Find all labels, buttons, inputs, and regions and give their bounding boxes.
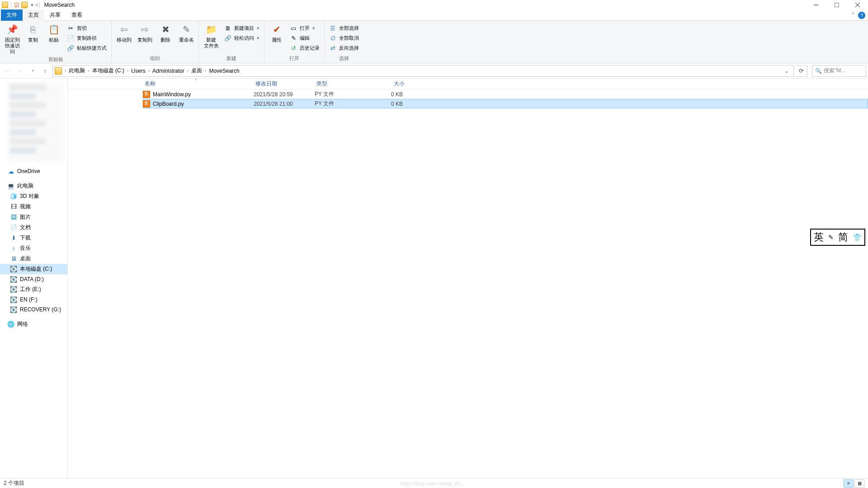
crumb-admin[interactable]: Administrator [151,68,186,74]
ime-lang: 英 [814,230,824,244]
file-row[interactable]: ClipBoard.py2021/5/28 21:00PY 文件0 KB [143,99,868,108]
ime-indicator[interactable]: 英 ✎ 简 👕 [810,229,865,246]
nav-row: ← → ▾ ↑ › 此电脑› 本地磁盘 (C:)› Users› Adminis… [0,63,868,79]
select-all-button[interactable]: ☰全部选择 [327,23,361,33]
title-separator [39,2,40,8]
paste-label: 粘贴 [49,37,59,43]
select-none-button[interactable]: ∅全部取消 [327,33,361,42]
open-icon: ▭ [290,24,297,32]
nav-documents[interactable]: 📄文档 [0,222,67,233]
nav-videos[interactable]: 🎞视频 [0,202,67,212]
ribbon: 📌 固定到 快速访问 ⎘ 复制 📋 粘贴 ✂剪切 📄复制路径 🔗粘贴快捷方式 剪 [0,21,868,63]
up-button[interactable]: ↑ [40,66,51,76]
nav-gdrive[interactable]: 💽RECOVERY (G:) [0,305,67,314]
qat-newfolder-icon[interactable] [21,2,28,8]
tab-file[interactable]: 文件 [1,9,23,21]
properties-button[interactable]: ✔属性 [267,23,286,43]
paste-shortcut-button[interactable]: 🔗粘贴快捷方式 [65,43,108,52]
file-list-pane: 名称⌃ 修改日期 类型 大小 MainWindow.py2021/5/28 20… [68,79,868,478]
file-date: 2021/5/28 21:00 [254,101,315,107]
tab-view[interactable]: 查看 [66,9,88,21]
copy-to-button[interactable]: ⇨复制到 [135,23,154,43]
disk-icon: 💽 [10,306,17,313]
search-box[interactable]: 🔍 搜索"M... [812,65,866,77]
nav-thispc[interactable]: 💻此电脑 [0,181,67,191]
nav-pictures[interactable]: 🖼图片 [0,212,67,222]
crumb-desktop[interactable]: 桌面 [189,67,204,75]
crumb-users[interactable]: Users [129,68,147,74]
ribbon-collapse-icon[interactable]: ˄ [852,12,854,19]
maximize-button[interactable] [826,0,847,10]
close-button[interactable] [847,0,868,10]
navigation-pane[interactable]: ☁OneDrive 💻此电脑 🧊3D 对象 🎞视频 🖼图片 📄文档 ⬇下载 ♪音… [0,79,68,478]
recent-locations-button[interactable]: ▾ [27,66,38,76]
rename-icon: ✎ [180,23,192,35]
paste-icon: 📋 [48,23,60,35]
chevron-right-icon: › [64,68,67,73]
nav-edrive[interactable]: 💽工作 (E:) [0,284,67,295]
file-name: MainWindow.py [153,91,191,98]
nav-label: OneDrive [17,168,40,174]
rename-label: 重命名 [179,37,194,43]
new-folder-button[interactable]: 📁新建 文件夹 [202,23,221,49]
column-date[interactable]: 修改日期 [255,80,316,88]
file-size: 0 KB [367,91,403,98]
nav-network[interactable]: 🌐网络 [0,319,67,329]
chevron-down-icon: ▾ [257,35,259,41]
paste-button[interactable]: 📋 粘贴 [44,23,63,43]
view-details-button[interactable]: ≡ [844,479,854,488]
cut-button[interactable]: ✂剪切 [65,23,108,33]
new-item-button[interactable]: 🗎新建项目▾ [222,23,261,33]
address-history-dropdown[interactable]: ⌄ [782,68,792,74]
nav-cdrive[interactable]: 💽本地磁盘 (C:) [0,264,67,274]
crumb-thispc[interactable]: 此电脑 [67,67,87,75]
nav-desktop[interactable]: 🖥桌面 [0,253,67,264]
nav-ddrive[interactable]: 💽DATA (D:) [0,274,67,284]
view-large-icons-button[interactable]: ▦ [854,479,864,488]
copy-button[interactable]: ⎘ 复制 [24,23,42,43]
history-button[interactable]: ↺历史记录 [288,43,321,52]
refresh-button[interactable]: ⟳ [796,65,807,77]
column-name[interactable]: 名称⌃ [145,80,255,88]
nav-music[interactable]: ♪音乐 [0,243,67,253]
nav-label: 本地磁盘 (C:) [20,265,52,273]
watermark: https://blog.csdn.net/qq_43... [400,481,464,486]
pin-to-quick-access-button[interactable]: 📌 固定到 快速访问 [3,23,22,55]
nav-3dobjects[interactable]: 🧊3D 对象 [0,191,67,202]
help-icon[interactable]: ? [858,12,865,19]
nav-onedrive[interactable]: ☁OneDrive [0,166,67,176]
nav-label: 桌面 [20,255,31,263]
address-bar[interactable]: › 此电脑› 本地磁盘 (C:)› Users› Administrator› … [52,65,794,77]
file-row[interactable]: MainWindow.py2021/5/28 20:59PY 文件0 KB [143,89,868,99]
copy-label: 复制 [28,37,38,43]
column-size[interactable]: 大小 [368,80,405,88]
edit-icon: ✎ [290,34,297,42]
column-type[interactable]: 类型 [316,80,368,88]
qat-properties-icon[interactable]: ☑ [14,2,19,9]
crumb-cdrive[interactable]: 本地磁盘 (C:) [90,67,126,75]
file-type: PY 文件 [315,90,367,98]
open-button[interactable]: ▭打开▾ [288,23,321,33]
qat-folder-icon[interactable] [2,2,8,8]
back-button[interactable]: ← [2,66,13,76]
nav-fdrive[interactable]: 💽EN (F:) [0,295,67,305]
edit-button[interactable]: ✎编辑 [288,33,321,42]
minimize-button[interactable] [806,0,826,10]
delete-button[interactable]: ✖删除 [156,23,175,43]
easy-access-button[interactable]: 🔗轻松访问▾ [222,33,261,42]
pin-label: 固定到 快速访问 [3,37,22,55]
crumb-current[interactable]: MoveSearch [207,68,241,74]
cut-icon: ✂ [67,24,74,32]
move-to-button[interactable]: ⇦移动到 [114,23,133,43]
copy-path-button[interactable]: 📄复制路径 [65,33,108,42]
forward-button[interactable]: → [14,66,25,76]
new-item-icon: 🗎 [224,24,231,32]
invert-selection-button[interactable]: ⇄反向选择 [327,43,361,52]
tab-share[interactable]: 共享 [44,9,66,21]
nav-downloads[interactable]: ⬇下载 [0,233,67,243]
rename-button[interactable]: ✎重命名 [177,23,196,43]
tab-home[interactable]: 主页 [23,9,44,21]
nav-label: 此电脑 [17,182,33,190]
new-folder-label: 新建 文件夹 [204,37,219,49]
qat-customize-icon[interactable]: ▾ = [29,2,38,8]
